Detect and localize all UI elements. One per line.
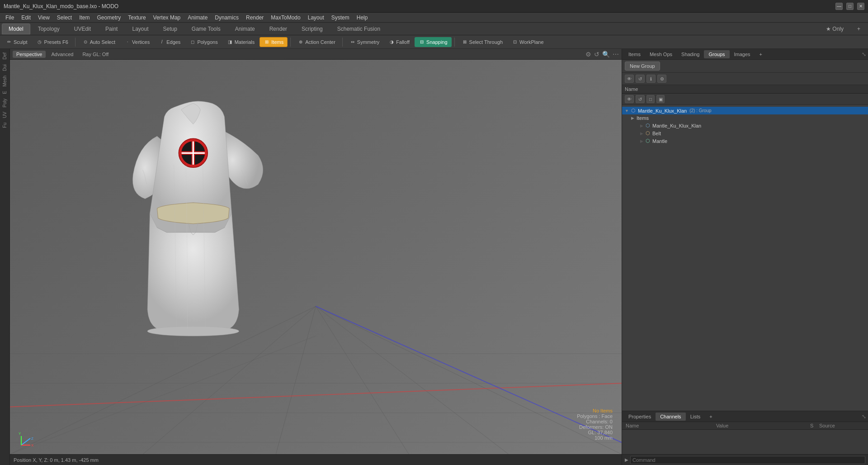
tab-shading[interactable]: Shading: [677, 50, 704, 58]
command-arrow[interactable]: ▶: [625, 457, 628, 462]
main-tab-animate[interactable]: Animate: [228, 24, 262, 34]
sidebar-tab-uv[interactable]: UV: [1, 110, 8, 120]
tab-add-bottom[interactable]: +: [705, 413, 717, 421]
menu-item-select[interactable]: Select: [53, 14, 75, 22]
scale-label: 100 mm: [577, 435, 613, 441]
menu-item-geometry[interactable]: Geometry: [94, 14, 125, 22]
menu-item-vertex map[interactable]: Vertex Map: [150, 14, 184, 22]
tree-arrow-mantle-mesh[interactable]: ▶: [640, 123, 643, 128]
presets_btn[interactable]: ◷Presets F6: [33, 37, 72, 47]
viewport-canvas[interactable]: No Items Polygons : Face Channels: 0 Def…: [10, 60, 622, 454]
new-group-button[interactable]: New Group: [625, 62, 660, 71]
sidebar-tab-fu[interactable]: Fu: [1, 121, 8, 130]
tree-arrow-mantle[interactable]: ▶: [640, 139, 643, 143]
sidebar-tab-mesh[interactable]: Mesh: [1, 74, 8, 88]
sidebar-tab-dui[interactable]: Dui: [1, 62, 8, 73]
edges-btn[interactable]: /Edges: [155, 37, 184, 47]
tree-eye-icon[interactable]: 👁: [625, 95, 634, 103]
polygons-btn[interactable]: ◻Polygons: [185, 37, 222, 47]
tree-item-mantle[interactable]: ▶ ⬡ Mantle: [622, 137, 868, 145]
tree-vis-icon[interactable]: □: [646, 95, 655, 103]
sidebar-tab-def[interactable]: Def: [1, 51, 8, 62]
main-tab-layout[interactable]: Layout: [125, 24, 155, 34]
menu-item-system[interactable]: System: [328, 14, 353, 22]
tab-properties[interactable]: Properties: [624, 413, 656, 421]
menu-item-edit[interactable]: Edit: [18, 14, 34, 22]
menu-item-animate[interactable]: Animate: [184, 14, 211, 22]
menu-item-render[interactable]: Render: [242, 14, 267, 22]
tab-add[interactable]: +: [755, 50, 767, 58]
workplane-btn[interactable]: ⊡WorkPlane: [508, 37, 548, 47]
tree-item-root-group[interactable]: ▼ ⬡ Mantle_Ku_Klux_Klan (2) : Group: [622, 107, 868, 114]
tab-items[interactable]: Items: [624, 50, 645, 58]
main-tab-uvedit[interactable]: UVEdit: [67, 24, 98, 34]
viewport-search-icon[interactable]: 🔍: [602, 51, 610, 58]
panel-resize-icon[interactable]: ⤡: [862, 51, 866, 57]
groups-info-icon[interactable]: ℹ: [646, 75, 656, 83]
materials-btn[interactable]: ◨Materials: [223, 37, 259, 47]
svg-line-4: [316, 306, 509, 454]
main-tab-render[interactable]: Render: [263, 24, 294, 34]
viewport-refresh-icon[interactable]: ↺: [594, 51, 599, 58]
menu-item-texture[interactable]: Texture: [124, 14, 149, 22]
sidebar-tab-e[interactable]: E: [1, 89, 8, 96]
tree-lock-icon[interactable]: ↺: [636, 95, 645, 103]
close-button[interactable]: ✕: [857, 3, 864, 10]
vertices-btn[interactable]: ·Vertices: [120, 37, 154, 47]
tab-groups[interactable]: Groups: [704, 50, 729, 58]
viewport-tab-raygl[interactable]: Ray GL: Off: [79, 51, 112, 58]
bottom-panel-resize-icon[interactable]: ⤡: [862, 413, 866, 420]
tree-item-items-folder[interactable]: ▶ Items: [622, 114, 868, 122]
action-center-btn-label: Action Center: [305, 39, 335, 45]
groups-refresh-icon[interactable]: ↺: [636, 75, 645, 83]
snapping-btn[interactable]: ⊟Snapping: [415, 37, 452, 47]
main-tab-schematic-fusion[interactable]: Schematic Fusion: [330, 24, 387, 34]
tab-channels[interactable]: Channels: [656, 413, 685, 421]
menu-item-view[interactable]: View: [34, 14, 53, 22]
main-tab-model[interactable]: Model: [2, 24, 30, 34]
groups-settings-icon[interactable]: ⚙: [657, 75, 666, 83]
tab-images[interactable]: Images: [730, 50, 755, 58]
main-tab-game-tools[interactable]: Game Tools: [185, 24, 227, 34]
select-through-btn[interactable]: ⊠Select Through: [458, 37, 507, 47]
viewport-settings-icon[interactable]: ⚙: [585, 51, 591, 58]
viewport-tab-advanced[interactable]: Advanced: [47, 51, 77, 58]
tab-lists[interactable]: Lists: [686, 413, 705, 421]
properties-table: [622, 430, 868, 454]
viewport-tab-perspective[interactable]: Perspective: [13, 51, 46, 58]
main-tab-setup[interactable]: Setup: [156, 24, 184, 34]
sculpt_icon-icon: ✏: [6, 39, 12, 45]
tab-mesh-ops[interactable]: Mesh Ops: [645, 50, 677, 58]
auto-select-btn[interactable]: ⊙Auto Select: [78, 37, 119, 47]
tab-right-+[interactable]: +: [851, 24, 866, 34]
tree-extra-icon[interactable]: ▣: [656, 95, 665, 103]
tab-right-★-only[interactable]: ★ Only: [820, 24, 849, 34]
tree-arrow-items[interactable]: ▶: [631, 116, 634, 120]
menu-item-maxtomodo[interactable]: MaxToModo: [267, 14, 304, 22]
minimize-button[interactable]: —: [835, 3, 843, 10]
tree-item-mantle-mesh[interactable]: ▶ ⬡ Mantle_Ku_Klux_Klan: [622, 122, 868, 129]
items-btn[interactable]: ⊞Items: [259, 37, 288, 47]
maximize-button[interactable]: □: [846, 3, 854, 10]
tree-item-belt[interactable]: ▶ ⬡ Belt: [622, 129, 868, 137]
main-tab-topology[interactable]: Topology: [31, 24, 66, 34]
sidebar-tab-poly[interactable]: Poly: [1, 97, 8, 109]
tree-arrow-belt[interactable]: ▶: [640, 131, 643, 136]
tree-arrow-root[interactable]: ▼: [625, 109, 629, 113]
menu-item-file[interactable]: File: [2, 14, 18, 22]
action-center-btn[interactable]: ⊕Action Center: [293, 37, 340, 47]
select-through-btn-icon: ⊠: [462, 39, 468, 45]
main-tab-scripting[interactable]: Scripting: [295, 24, 330, 34]
groups-eye-icon[interactable]: 👁: [625, 75, 634, 83]
menu-item-dynamics[interactable]: Dynamics: [211, 14, 242, 22]
command-input[interactable]: [630, 456, 865, 464]
symmetry-btn[interactable]: ⇔Symmetry: [345, 37, 384, 47]
viewport-more-icon[interactable]: ⋯: [613, 51, 619, 58]
sculpt_icon[interactable]: ✏Sculpt: [2, 37, 32, 47]
menu-item-item[interactable]: Item: [75, 14, 93, 22]
falloff-btn[interactable]: ◑Falloff: [384, 37, 414, 47]
main-tab-paint[interactable]: Paint: [99, 24, 124, 34]
menu-item-help[interactable]: Help: [353, 14, 372, 22]
tree-mantle-name: Mantle: [652, 138, 667, 144]
menu-item-layout[interactable]: Layout: [304, 14, 328, 22]
